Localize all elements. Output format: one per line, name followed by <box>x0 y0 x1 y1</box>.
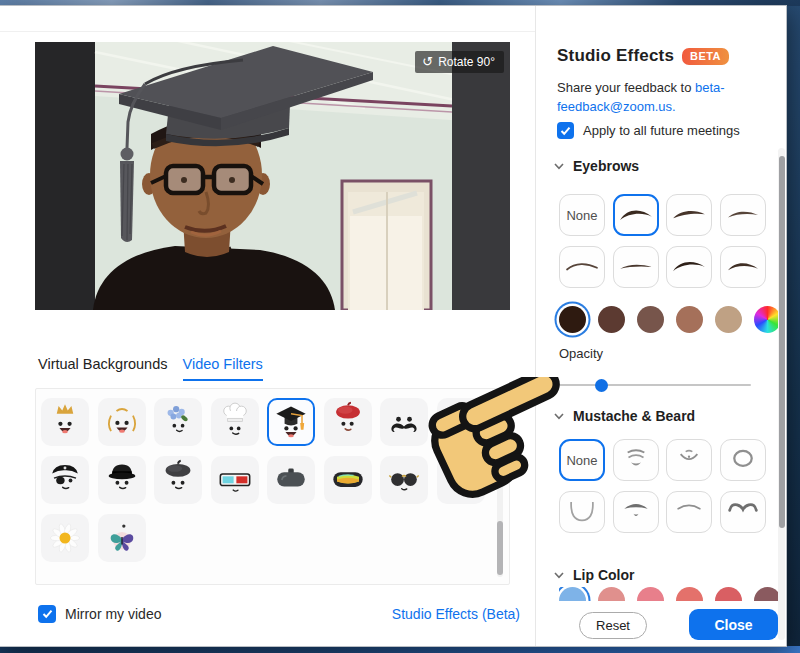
apply-label: Apply to all future meetings <box>583 123 740 138</box>
filter-tile-chef-hat[interactable] <box>211 398 259 446</box>
rotate-label: Rotate 90° <box>438 55 495 69</box>
check-icon <box>42 609 53 619</box>
desktop-taskbar-strip <box>0 646 800 653</box>
filter-tile-hydrangea[interactable] <box>154 398 202 446</box>
eyebrow-style-rounded[interactable] <box>720 246 766 288</box>
filter-tile-crown[interactable] <box>41 398 89 446</box>
filter-tile-earrings[interactable] <box>98 398 146 446</box>
filter-tile-gray-beret[interactable] <box>154 456 202 504</box>
filter-tile-mustache[interactable] <box>380 398 428 446</box>
filters-scrollbar-thumb[interactable] <box>497 521 503 575</box>
feedback-text: Share your feedback to beta-feedback@zoo… <box>557 78 772 116</box>
panel-scrollbar-thumb[interactable] <box>779 156 785 528</box>
mustache-style-handlebar[interactable] <box>720 491 766 533</box>
reset-button[interactable]: Reset <box>579 612 647 639</box>
filter-tile-butterfly[interactable] <box>98 514 146 562</box>
eyebrows-title: Eyebrows <box>573 158 639 174</box>
panel-scrollbar[interactable] <box>778 148 785 640</box>
opacity-label: Opacity <box>559 346 603 361</box>
zoom-settings-dialog: × <box>0 6 786 646</box>
mirror-checkbox[interactable] <box>38 605 56 623</box>
mustache-style-none[interactable]: None <box>559 439 605 481</box>
lip-color-4[interactable] <box>715 587 742 601</box>
eyebrow-color-1[interactable] <box>598 306 625 333</box>
filter-tile-flower-crown[interactable] <box>437 456 485 504</box>
camera-scene <box>35 42 510 310</box>
feedback-prefix: Share your feedback to <box>557 80 695 95</box>
filter-tile-goggles[interactable] <box>324 456 372 504</box>
section-lip-color[interactable]: Lip Color <box>554 567 634 583</box>
lip-color-5[interactable] <box>754 587 781 601</box>
filter-tile-pirate[interactable] <box>41 456 89 504</box>
rotate-icon: ↺ <box>422 56 433 68</box>
section-eyebrows[interactable]: Eyebrows <box>554 158 639 174</box>
video-filters-grid <box>35 388 510 585</box>
panel-title: Studio Effects <box>557 46 674 66</box>
eyebrow-style-soft-arch[interactable] <box>720 194 766 236</box>
filters-scrollbar[interactable] <box>497 397 503 577</box>
apply-row: Apply to all future meetings <box>557 122 740 139</box>
studio-effects-panel: Studio Effects BETA Share your feedback … <box>535 6 786 646</box>
tab-virtual-backgrounds[interactable]: Virtual Backgrounds <box>38 356 168 381</box>
chevron-down-icon <box>554 413 564 420</box>
eyebrow-style-none[interactable]: None <box>559 194 605 236</box>
eyebrow-style-thick-arched[interactable] <box>613 194 659 236</box>
filter-tile-daisy[interactable] <box>41 514 89 562</box>
filter-tile-vr-headset[interactable] <box>267 456 315 504</box>
lip-color-swatches-clipped <box>559 587 781 601</box>
eyebrow-style-bushy[interactable] <box>666 194 712 236</box>
mustache-style-circle-beard[interactable] <box>720 439 766 481</box>
eyebrow-style-thin-arch[interactable] <box>559 246 605 288</box>
filter-tile-sunglasses[interactable] <box>380 456 428 504</box>
filter-tile-fedora[interactable] <box>98 456 146 504</box>
filter-tile-red-beret[interactable] <box>324 398 372 446</box>
tab-video-filters[interactable]: Video Filters <box>183 356 263 381</box>
mustache-style-chin-strap[interactable] <box>559 491 605 533</box>
eyebrow-color-2[interactable] <box>637 306 664 333</box>
lip-color-0[interactable] <box>559 587 586 601</box>
close-button[interactable]: Close <box>689 609 778 640</box>
beta-badge: BETA <box>682 48 729 65</box>
filter-tile-bandit[interactable] <box>437 398 485 446</box>
mustache-style-mustache-goatee[interactable] <box>613 439 659 481</box>
opacity-slider-thumb[interactable] <box>595 379 608 392</box>
chevron-down-icon <box>554 163 564 170</box>
eyebrow-color-rainbow[interactable] <box>754 306 781 333</box>
lip-color-3[interactable] <box>676 587 703 601</box>
lip-color-1[interactable] <box>598 587 625 601</box>
eyebrow-style-straight[interactable] <box>613 246 659 288</box>
eyebrow-color-0[interactable] <box>559 306 586 333</box>
mirror-label: Mirror my video <box>65 606 161 622</box>
mustache-title: Mustache & Beard <box>573 408 695 424</box>
filter-tile-graduation-cap[interactable] <box>267 398 315 446</box>
rotate-90-button[interactable]: ↺ Rotate 90° <box>415 51 504 73</box>
studio-effects-link[interactable]: Studio Effects (Beta) <box>392 606 520 622</box>
opacity-slider-track[interactable] <box>559 384 751 386</box>
mustache-style-thin-mustache[interactable] <box>666 491 712 533</box>
apply-checkbox[interactable] <box>557 122 574 139</box>
chevron-down-icon <box>554 572 564 579</box>
mustache-style-mustache-soul-patch[interactable] <box>613 491 659 533</box>
video-preview: ↺ Rotate 90° <box>35 42 510 310</box>
lip-color-2[interactable] <box>637 587 664 601</box>
mustache-style-goatee[interactable] <box>666 439 712 481</box>
section-mustache-beard[interactable]: Mustache & Beard <box>554 408 695 424</box>
eyebrow-style-bold-curved[interactable] <box>666 246 712 288</box>
tab-bar: Virtual Backgrounds Video Filters <box>38 356 263 381</box>
eyebrow-color-4[interactable] <box>715 306 742 333</box>
lip-color-title: Lip Color <box>573 567 634 583</box>
eyebrow-color-3[interactable] <box>676 306 703 333</box>
filter-tile-3d-glasses[interactable] <box>211 456 259 504</box>
check-icon <box>560 126 571 136</box>
footer-left: Mirror my video Studio Effects (Beta) <box>38 605 520 623</box>
opacity-slider[interactable] <box>559 378 751 392</box>
